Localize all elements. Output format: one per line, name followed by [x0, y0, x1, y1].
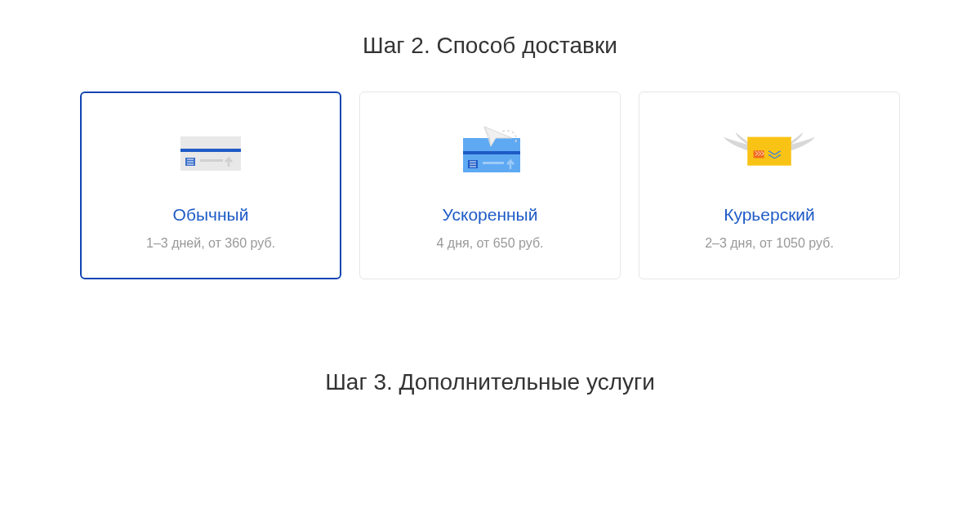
step3-title: Шаг 3. Дополнительные услуги [49, 369, 931, 395]
delivery-option-express[interactable]: Ускоренный 4 дня, от 650 руб. [359, 91, 621, 279]
delivery-option-subtitle: 4 дня, от 650 руб. [436, 236, 543, 251]
delivery-option-title: Курьерский [724, 205, 815, 225]
step2-title: Шаг 2. Способ доставки [49, 33, 931, 59]
delivery-options-row: Обычный 1–3 дней, от 360 руб. Ускоренный… [49, 91, 931, 279]
svg-rect-3 [200, 159, 223, 162]
delivery-option-subtitle: 1–3 дней, от 360 руб. [146, 236, 275, 251]
svg-rect-7 [483, 162, 504, 164]
delivery-option-title: Ускоренный [443, 205, 538, 225]
svg-rect-1 [180, 149, 241, 152]
delivery-option-title: Обычный [173, 205, 249, 225]
express-envelope-icon [441, 120, 539, 185]
standard-envelope-icon [162, 120, 260, 185]
delivery-option-standard[interactable]: Обычный 1–3 дней, от 360 руб. [80, 91, 341, 279]
svg-rect-5 [463, 151, 520, 154]
delivery-option-courier[interactable]: Курьерский 2–3 дня, от 1050 руб. [639, 91, 900, 279]
courier-envelope-icon [720, 120, 818, 185]
delivery-option-subtitle: 2–3 дня, от 1050 руб. [705, 236, 834, 251]
